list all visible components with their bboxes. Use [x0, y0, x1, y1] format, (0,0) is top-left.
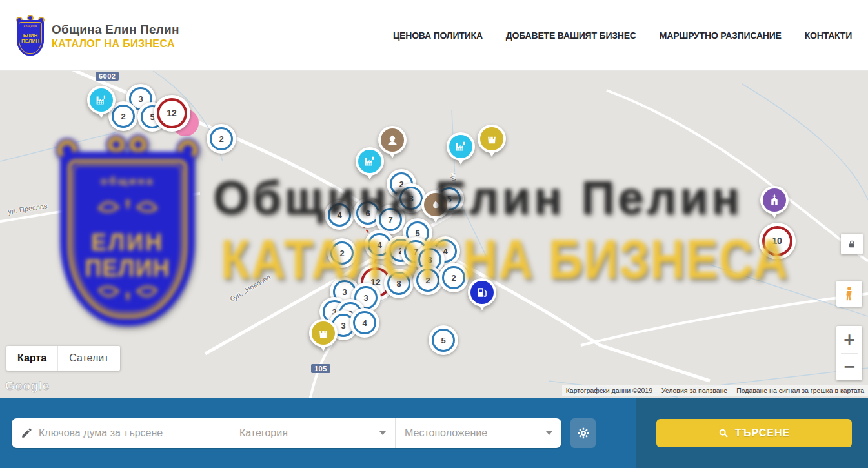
cluster-count: 8 [427, 255, 432, 265]
cluster-marker[interactable]: 4 [325, 200, 354, 230]
search-bar: Категория Местоположение [0, 398, 868, 468]
church-pin-marker[interactable] [760, 186, 789, 223]
cluster-marker[interactable]: 5 [429, 325, 458, 355]
gear-icon [576, 426, 590, 440]
factory-icon [447, 132, 475, 161]
cluster-count: 2 [219, 134, 223, 144]
cluster-count: 4 [377, 240, 381, 250]
cluster-count: 12 [167, 108, 177, 118]
factory-pin-marker[interactable] [447, 132, 475, 170]
search-fields-group: Категория Местоположение [12, 418, 561, 448]
google-logo[interactable]: Google [5, 379, 49, 393]
factory-icon [356, 147, 384, 176]
shopping-bag-pin-marker[interactable] [478, 125, 506, 162]
cluster-marker[interactable]: 4 [350, 308, 379, 338]
factory-pin-marker[interactable] [87, 86, 116, 123]
street-label-tsi: ци [450, 172, 459, 181]
cluster-count: 3 [138, 94, 143, 104]
road-badge-6002: 6002 [96, 72, 119, 81]
category-select[interactable]: Категория [230, 418, 395, 448]
search-button[interactable]: ТЪРСЕНЕ [656, 419, 852, 447]
cluster-marker[interactable]: 2 [413, 265, 443, 295]
fuel-pump-icon [468, 278, 496, 307]
advanced-settings-button[interactable] [570, 418, 596, 448]
business-catalog-page: община ЕЛИН ПЕЛИН Община Елин Пелин КАТА… [0, 0, 868, 468]
maptype-map-button[interactable]: Карта [6, 346, 57, 371]
cluster-count: 4 [362, 318, 367, 328]
zoom-in-button[interactable]: + [836, 326, 862, 353]
zoom-control: + − [836, 326, 862, 380]
cluster-marker[interactable]: 8 [384, 269, 414, 298]
header: община ЕЛИН ПЕЛИН Община Елин Пелин КАТА… [0, 0, 868, 71]
cluster-count: 3 [363, 293, 368, 303]
shopping-bag-icon [478, 125, 506, 153]
cluster-count: 2 [339, 249, 344, 258]
cluster-marker[interactable]: 2 [327, 238, 357, 268]
chevron-down-icon [546, 431, 552, 435]
attribution-report-error-link[interactable]: Подаване на сигнал за грешка в картата [736, 387, 864, 394]
cluster-marker[interactable]: 2 [207, 124, 236, 154]
map-attribution: Картографски данни ©2019 Условия за полз… [562, 385, 868, 396]
search-icon [718, 428, 729, 438]
cluster-count: 8 [396, 279, 401, 289]
maptype-satellite-button[interactable]: Сателит [57, 346, 119, 371]
cluster-count: 2 [121, 112, 125, 121]
cluster-count: 3 [409, 194, 413, 203]
cluster-count: 6 [365, 209, 370, 218]
location-select[interactable]: Местоположение [395, 418, 561, 448]
cluster-count: 2 [451, 273, 456, 283]
pegman-streetview-button[interactable] [836, 281, 862, 307]
nav-add-your-business[interactable]: ДОБАВЕТЕ ВАШИЯТ БИЗНЕС [506, 30, 636, 41]
road-badge-105: 105 [311, 364, 330, 373]
church-icon [760, 186, 789, 214]
pegman-icon [841, 285, 858, 302]
flame-icon [421, 190, 450, 219]
maptype-control: Карта Сателит [6, 346, 120, 371]
attribution-terms-link[interactable]: Условия за ползване [661, 387, 727, 394]
lock-icon [847, 239, 857, 249]
zoom-out-button[interactable]: − [836, 354, 862, 381]
main-nav: ЦЕНОВА ПОЛИТИКА ДОБАВЕТЕ ВАШИЯТ БИЗНЕС М… [393, 0, 852, 71]
site-subtitle: КАТАЛОГ НА БИЗНЕСА [52, 38, 179, 50]
cluster-count: 3 [341, 321, 345, 331]
fuel-pump-pin-marker[interactable] [468, 278, 496, 316]
nav-contacts[interactable]: КОНТАКТИ [805, 30, 852, 41]
shopping-bag-pin-marker[interactable] [309, 319, 338, 356]
chevron-down-icon [379, 431, 386, 435]
factory-icon [87, 86, 116, 114]
cluster-count: 5 [441, 336, 445, 345]
cluster-marker[interactable]: 12 [154, 95, 190, 132]
cluster-count: 10 [772, 236, 782, 246]
nav-route-schedule[interactable]: МАРШРУТНО РАЗПИСАНИЕ [660, 30, 782, 41]
keyword-search-input[interactable] [39, 427, 221, 439]
keyword-field[interactable] [12, 418, 230, 448]
cluster-count: 2 [425, 276, 430, 285]
cluster-count: 7 [388, 215, 392, 225]
brand[interactable]: община ЕЛИН ПЕЛИН Община Елин Пелин КАТА… [15, 17, 179, 56]
lock-button[interactable] [841, 234, 863, 254]
cluster-marker[interactable]: 2 [439, 263, 469, 292]
cluster-count: 4 [337, 210, 341, 220]
pencil-icon [21, 427, 32, 439]
shopping-bag-icon [309, 319, 338, 347]
flame-pin-marker[interactable] [421, 190, 450, 228]
nav-pricing-policy[interactable]: ЦЕНОВА ПОЛИТИКА [393, 30, 483, 41]
cluster-marker[interactable]: 10 [759, 223, 796, 259]
site-title: Община Елин Пелин [52, 23, 179, 37]
municipality-logo-icon: община ЕЛИН ПЕЛИН [15, 17, 45, 56]
factory-pin-marker[interactable] [356, 147, 384, 185]
cluster-count: 3 [342, 287, 347, 297]
google-map[interactable]: 6002 105 ул. Преслав бул. „Новосел ци 32… [0, 71, 868, 398]
attribution-copyright: Картографски данни ©2019 [566, 387, 652, 394]
